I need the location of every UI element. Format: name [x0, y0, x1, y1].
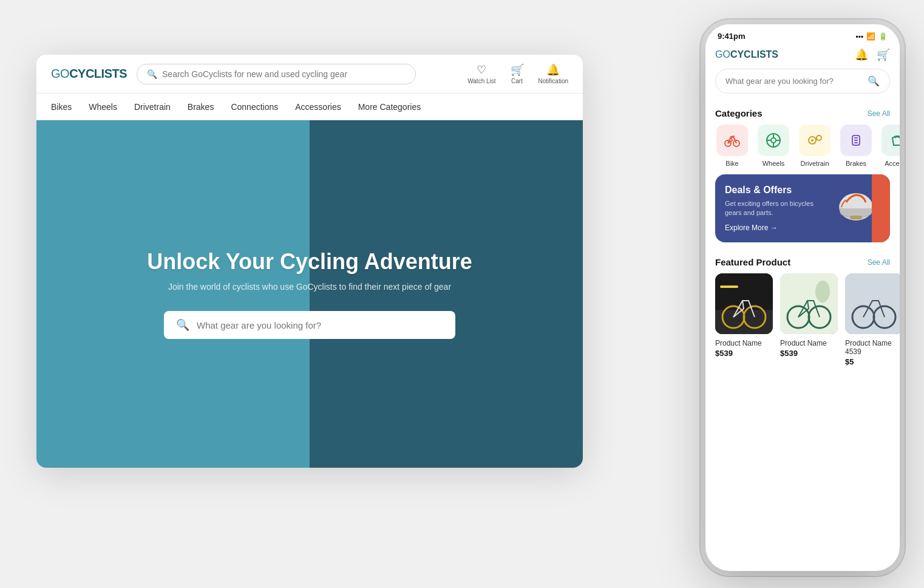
header-actions: ♡ Watch List 🛒 Cart 🔔 Notification: [467, 63, 568, 84]
nav-more-categories[interactable]: More Categories: [358, 102, 421, 112]
status-time: 9:41pm: [718, 32, 746, 41]
deals-explore-link[interactable]: Explore More →: [725, 224, 832, 232]
desktop-search-input[interactable]: [162, 69, 406, 79]
deals-text: Deals & Offers Get exciting offers on bi…: [725, 185, 832, 233]
notification-label: Notification: [538, 78, 568, 84]
categories-row: Bike Wheels: [705, 125, 900, 174]
featured-see-all[interactable]: See All: [868, 258, 890, 267]
brakes-icon-wrap: [840, 125, 872, 156]
hero-search-bar[interactable]: 🔍: [164, 311, 455, 339]
nav-brakes[interactable]: Brakes: [188, 102, 214, 112]
mobile-logo-cyclists: CYCLISTS: [730, 49, 778, 60]
product-image-1: [715, 273, 773, 334]
desktop-nav: Bikes Wheels Drivetrain Brakes Connectio…: [36, 94, 583, 120]
deals-title: Deals & Offers: [725, 185, 832, 196]
featured-title: Featured Product: [715, 257, 790, 267]
cart-label: Cart: [511, 78, 523, 84]
drivetrain-label: Drivetrain: [800, 160, 829, 167]
svg-point-28: [815, 281, 830, 303]
deals-banner[interactable]: Deals & Offers Get exciting offers on bi…: [715, 174, 890, 242]
desktop-header: GOCYCLISTS 🔍 ♡ Watch List 🛒 Cart 🔔 Notif…: [36, 55, 583, 94]
nav-wheels[interactable]: Wheels: [89, 102, 117, 112]
product-image-3: [845, 273, 900, 334]
bike-label: Bike: [725, 160, 738, 167]
category-wheels[interactable]: Wheels: [756, 125, 790, 167]
mobile-cart-icon[interactable]: 🛒: [877, 48, 890, 61]
svg-rect-19: [850, 216, 862, 219]
status-bar: 9:41pm ▪▪▪ 📶 🔋: [705, 24, 900, 43]
notification-button[interactable]: 🔔 Notification: [538, 63, 568, 84]
mobile-scroll-area[interactable]: Categories See All Bike: [705, 103, 900, 571]
mobile-header-icons: 🔔 🛒: [855, 48, 890, 61]
product-price-1: $539: [715, 349, 773, 358]
mobile-bell-icon[interactable]: 🔔: [855, 48, 868, 61]
product-image-2: [780, 273, 838, 334]
mobile-search-input[interactable]: [725, 77, 863, 86]
desktop-search-bar[interactable]: 🔍: [137, 64, 416, 84]
search-icon: 🔍: [147, 69, 157, 79]
cart-icon: 🛒: [511, 63, 524, 77]
wifi-icon: 📶: [866, 32, 875, 41]
deals-description: Get exciting offers on bicycles gears an…: [725, 199, 832, 218]
hero-section: [36, 120, 583, 468]
featured-section-header: Featured Product See All: [705, 252, 900, 273]
svg-rect-24: [720, 285, 738, 288]
desktop-logo[interactable]: GOCYCLISTS: [51, 67, 127, 81]
product-card-1[interactable]: Product Name $539: [715, 273, 773, 366]
svg-line-12: [816, 138, 817, 140]
product-price-3: $5: [845, 357, 900, 366]
product-name-1: Product Name: [715, 339, 773, 347]
watchlist-label: Watch List: [467, 78, 495, 84]
logo-cyclists: CYCLISTS: [69, 67, 127, 80]
wheels-icon-wrap: [758, 125, 789, 156]
nav-accessories[interactable]: Accessories: [295, 102, 341, 112]
nav-bikes[interactable]: Bikes: [51, 102, 72, 112]
heart-icon: ♡: [477, 63, 486, 77]
product-price-2: $539: [780, 349, 838, 358]
hero-search-icon: 🔍: [176, 318, 189, 332]
hero-search-input[interactable]: [197, 320, 443, 330]
accessories-icon-wrap: [882, 125, 900, 156]
nav-drivetrain[interactable]: Drivetrain: [134, 102, 171, 112]
signal-icon: ▪▪▪: [855, 32, 863, 41]
svg-point-10: [811, 139, 814, 142]
svg-point-11: [817, 135, 821, 140]
product-name-2: Product Name: [780, 339, 838, 347]
hero-left-panel: [36, 120, 310, 468]
hero-right-panel: [310, 120, 583, 468]
categories-section-header: Categories See All: [705, 103, 900, 125]
cart-button[interactable]: 🛒 Cart: [511, 63, 524, 84]
categories-see-all[interactable]: See All: [868, 109, 890, 118]
products-row: Product Name $539 Product Name $539: [705, 273, 900, 366]
product-name-3: Product Name 4539: [845, 339, 900, 356]
svg-rect-25: [780, 273, 838, 334]
mobile-search-bar[interactable]: 🔍: [715, 69, 890, 94]
product-card-3[interactable]: Product Name 4539 $5: [845, 273, 900, 366]
svg-point-4: [771, 138, 776, 143]
drivetrain-icon-wrap: [799, 125, 831, 156]
accessories-label: Accesso: [885, 160, 900, 167]
brakes-label: Brakes: [846, 160, 866, 167]
watchlist-button[interactable]: ♡ Watch List: [467, 63, 495, 84]
category-drivetrain[interactable]: Drivetrain: [798, 125, 832, 167]
mobile-header: GOCYCLISTS 🔔 🛒: [705, 43, 900, 69]
battery-icon: 🔋: [878, 32, 888, 41]
bell-icon: 🔔: [546, 63, 560, 77]
status-icons: ▪▪▪ 📶 🔋: [855, 32, 888, 41]
deals-red-strip: [872, 174, 890, 242]
mobile-phone-mockup: 9:41pm ▪▪▪ 📶 🔋 GOCYCLISTS 🔔 🛒 🔍 Categori…: [705, 24, 900, 571]
mobile-logo[interactable]: GOCYCLISTS: [715, 49, 778, 60]
wheels-label: Wheels: [763, 160, 785, 167]
product-card-2[interactable]: Product Name $539: [780, 273, 838, 366]
mobile-logo-go: GO: [715, 49, 730, 60]
category-bike[interactable]: Bike: [715, 125, 749, 167]
bike-icon-wrap: [716, 125, 748, 156]
nav-connections[interactable]: Connections: [231, 102, 278, 112]
svg-point-2: [732, 135, 735, 138]
logo-go: GO: [51, 67, 69, 80]
category-brakes[interactable]: Brakes: [839, 125, 873, 167]
mobile-search-icon: 🔍: [868, 75, 880, 87]
desktop-browser-window: GOCYCLISTS 🔍 ♡ Watch List 🛒 Cart 🔔 Notif…: [36, 55, 583, 468]
category-accessories[interactable]: Accesso: [880, 125, 900, 167]
categories-title: Categories: [715, 108, 763, 118]
